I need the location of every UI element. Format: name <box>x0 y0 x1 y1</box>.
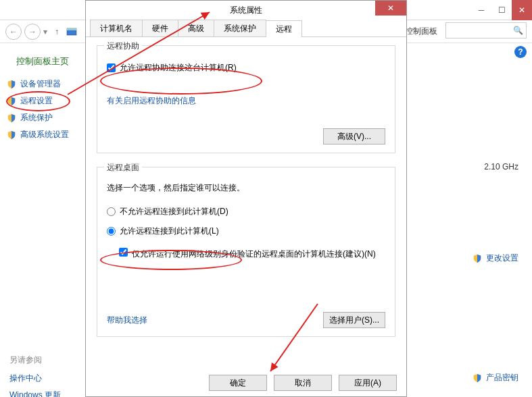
sidebar-item-label: 系统保护 <box>20 112 53 124</box>
explorer-minimize-button[interactable]: ─ <box>471 0 491 20</box>
group-legend: 远程协助 <box>104 41 142 52</box>
control-panel-sidebar: 控制面板主页 设备管理器 远程设置 系统保护 高级系统设置 另请参阅 操作中心 … <box>7 47 81 146</box>
shield-icon <box>7 113 16 123</box>
explorer-search-input[interactable]: 🔍 <box>445 22 527 38</box>
system-icon <box>66 26 77 37</box>
search-icon: 🔍 <box>513 26 523 35</box>
see-also-heading: 另请参阅 <box>7 354 61 366</box>
sidebar-item-system-protection[interactable]: 系统保护 <box>7 112 81 124</box>
disallow-remote-radio[interactable] <box>107 207 116 216</box>
breadcrumb-text[interactable]: 控制面板 <box>405 26 437 37</box>
sidebar-item-device-manager[interactable]: 设备管理器 <box>7 78 81 90</box>
group-remote-desktop: 远程桌面 选择一个选项，然后指定谁可以连接。 不允许远程连接到此计算机(D) 允… <box>97 167 395 337</box>
apply-button[interactable]: 应用(A) <box>339 375 397 391</box>
help-icon[interactable]: ? <box>514 46 527 58</box>
help-me-choose-link[interactable]: 帮助我选择 <box>107 315 147 326</box>
dialog-close-button[interactable]: ✕ <box>375 1 406 16</box>
svg-rect-1 <box>67 28 76 30</box>
shield-icon <box>473 254 482 263</box>
sidebar-title[interactable]: 控制面板主页 <box>16 55 81 68</box>
instruction-text: 选择一个选项，然后指定谁可以连接。 <box>107 182 385 194</box>
dialog-tabs: 计算机名 硬件 高级 系统保护 远程 <box>86 20 406 37</box>
sidebar-item-label: 高级系统设置 <box>20 129 69 140</box>
advanced-button[interactable]: 高级(V)... <box>323 128 385 144</box>
sidebar-see-also: 另请参阅 操作中心 Windows 更新 <box>7 354 61 397</box>
tab-hardware[interactable]: 硬件 <box>142 20 178 36</box>
see-also-windows-update[interactable]: Windows 更新 <box>7 390 61 397</box>
allow-remote-assistance-label: 允许远程协助连接这台计算机(R) <box>120 62 237 74</box>
select-users-button[interactable]: 选择用户(S)... <box>323 312 385 328</box>
shield-icon <box>7 130 16 140</box>
dialog-title-text: 系统属性 <box>230 5 262 16</box>
nla-only-checkbox[interactable] <box>119 248 128 257</box>
change-settings-label: 更改设置 <box>486 253 518 264</box>
shield-icon <box>473 373 482 383</box>
dialog-titlebar: 系统属性 ✕ <box>86 1 406 20</box>
explorer-maximize-button[interactable]: ☐ <box>491 0 512 20</box>
sidebar-item-advanced-settings[interactable]: 高级系统设置 <box>7 129 81 140</box>
dialog-button-row: 确定 取消 应用(A) <box>209 375 397 391</box>
shield-icon <box>7 80 16 89</box>
product-key-link[interactable]: 产品密钥 <box>473 372 518 383</box>
tab-remote[interactable]: 远程 <box>266 20 302 37</box>
tab-computer-name[interactable]: 计算机名 <box>90 20 143 36</box>
allow-remote-label: 允许远程连接到此计算机(L) <box>120 226 219 237</box>
group-legend: 远程桌面 <box>104 162 142 174</box>
product-key-label: 产品密钥 <box>486 372 518 383</box>
nav-up-button[interactable]: ↑ <box>50 25 64 38</box>
ok-button[interactable]: 确定 <box>209 375 267 391</box>
dialog-body: 远程协助 允许远程协助连接这台计算机(R) 有关启用远程协助的信息 高级(V).… <box>86 37 406 369</box>
sidebar-item-label: 设备管理器 <box>20 78 61 90</box>
see-also-action-center[interactable]: 操作中心 <box>7 373 61 384</box>
sidebar-item-remote-settings[interactable]: 远程设置 <box>7 95 81 107</box>
allow-remote-assistance-checkbox[interactable] <box>107 63 116 72</box>
allow-remote-radio[interactable] <box>107 227 116 236</box>
tab-advanced[interactable]: 高级 <box>178 20 214 36</box>
nav-back-button[interactable]: ← <box>5 24 22 40</box>
change-settings-link[interactable]: 更改设置 <box>473 253 518 264</box>
explorer-close-button[interactable]: ✕ <box>512 0 532 20</box>
cpu-speed-value: 2.10 GHz <box>484 162 518 171</box>
group-remote-assistance: 远程协助 允许远程协助连接这台计算机(R) 有关启用远程协助的信息 高级(V).… <box>97 45 395 153</box>
remote-assistance-info-link[interactable]: 有关启用远程协助的信息 <box>107 95 196 107</box>
cancel-button[interactable]: 取消 <box>274 375 332 391</box>
disallow-remote-label: 不允许远程连接到此计算机(D) <box>120 206 228 217</box>
nav-dropdown-icon[interactable]: ▾ <box>43 27 47 36</box>
nav-forward-button[interactable]: → <box>24 24 41 40</box>
system-properties-dialog: 系统属性 ✕ 计算机名 硬件 高级 系统保护 远程 远程协助 允许远程协助连接这… <box>85 0 407 397</box>
shield-icon <box>7 97 16 106</box>
nla-only-label: 仅允许运行使用网络级别身份验证的远程桌面的计算机连接(建议)(N) <box>132 248 376 260</box>
tab-system-protection[interactable]: 系统保护 <box>214 20 266 36</box>
sidebar-item-label: 远程设置 <box>20 95 53 107</box>
